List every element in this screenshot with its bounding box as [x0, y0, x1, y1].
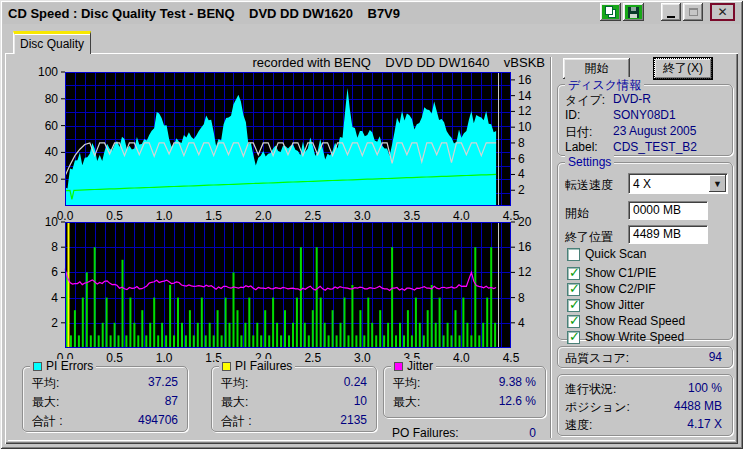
svg-text:20: 20	[45, 172, 59, 186]
jitter-title: Jitter	[407, 359, 433, 373]
bottom-groove	[8, 440, 735, 441]
chevron-down-icon[interactable]: ▼	[709, 175, 726, 192]
svg-text:14: 14	[518, 89, 532, 103]
svg-text:12: 12	[518, 265, 532, 279]
svg-text:4: 4	[518, 316, 525, 330]
svg-text:6: 6	[518, 152, 525, 166]
panel-divider	[550, 57, 552, 438]
speed-value: 4.17 X	[642, 417, 722, 431]
app-window: CD Speed : Disc Quality Test - BENQ DVD …	[0, 0, 743, 449]
quality-score-box: 品質スコア: 94	[557, 346, 733, 368]
pi-errors-chart: 100806040201614121086420.00.51.01.52.02.…	[28, 64, 548, 222]
pi-errors-avg-label: 平均:	[32, 375, 59, 392]
svg-text:100: 100	[38, 65, 58, 79]
settings-title: Settings	[565, 155, 614, 169]
pi-failures-chart: 108642201612840.00.51.01.52.02.53.03.54.…	[28, 214, 548, 364]
tab-disc-quality[interactable]: Disc Quality	[13, 31, 91, 54]
jitter-avg-label: 平均:	[393, 375, 420, 392]
disc-label-label: Label:	[565, 140, 598, 154]
minimize-button[interactable]	[661, 3, 681, 21]
pi-failures-max-value: 10	[354, 394, 367, 408]
pi-failures-title: PI Failures	[235, 359, 292, 373]
checkbox-icon: ✓	[567, 267, 580, 280]
minimize-icon	[667, 16, 675, 18]
checkbox-show-write-speed[interactable]: ✓ Show Write Speed	[567, 330, 684, 344]
start-position-field[interactable]: 0000 MB	[628, 201, 708, 220]
po-failures-value: 0	[470, 426, 536, 440]
svg-text:80: 80	[45, 92, 59, 106]
svg-text:4.5: 4.5	[503, 351, 520, 364]
svg-text:8: 8	[51, 240, 58, 254]
pi-errors-stats-box: PI Errors 平均:37.25 最大:87 合計 :494706	[22, 366, 188, 432]
jitter-avg-value: 9.38 %	[499, 375, 536, 389]
pi-errors-max-label: 最大:	[32, 394, 59, 411]
pi-errors-total-label: 合計 :	[32, 413, 63, 430]
end-position-field[interactable]: 4489 MB	[628, 225, 708, 244]
svg-text:10: 10	[518, 120, 532, 134]
end-position-label: 終了位置	[565, 229, 613, 246]
maximize-button[interactable]	[683, 3, 703, 21]
start-position-label: 開始	[565, 205, 589, 222]
pi-failures-max-label: 最大:	[221, 394, 248, 411]
svg-text:12: 12	[518, 104, 532, 118]
svg-text:2: 2	[518, 183, 525, 197]
pi-failures-stats-box: PI Failures 平均:0.24 最大:10 合計 :2135	[211, 366, 377, 432]
tab-label: Disc Quality	[20, 37, 84, 51]
pi-failures-legend-swatch	[222, 362, 231, 371]
svg-text:2.5: 2.5	[304, 351, 321, 364]
checkbox-show-jitter[interactable]: ✓ Show Jitter	[567, 298, 644, 312]
pi-failures-total-value: 2135	[340, 413, 367, 427]
svg-text:10: 10	[45, 215, 59, 229]
svg-text:4: 4	[51, 291, 58, 305]
save-screenshot-button[interactable]	[623, 3, 644, 21]
disc-date-label: 日付:	[565, 124, 592, 141]
progress-box: 進行状況: 100 % ポジション: 4488 MB 速度: 4.17 X	[557, 374, 733, 436]
po-failures-label: PO Failures:	[392, 426, 459, 440]
svg-text:2: 2	[51, 316, 58, 330]
disc-date-value: 23 August 2005	[613, 124, 696, 138]
jitter-legend-swatch	[394, 362, 403, 371]
svg-text:16: 16	[518, 73, 532, 87]
pi-failures-avg-label: 平均:	[221, 375, 248, 392]
checkbox-show-c2-pif[interactable]: ✓ Show C2/PIF	[567, 282, 656, 296]
checkbox-icon: ✓	[567, 248, 580, 261]
transfer-speed-label: 転送速度	[565, 177, 613, 194]
svg-text:1.0: 1.0	[156, 351, 173, 364]
checkbox-icon: ✓	[567, 331, 580, 344]
copy-icon	[605, 6, 616, 18]
svg-text:4.0: 4.0	[453, 351, 470, 364]
exit-button[interactable]: 終了(X)	[653, 57, 713, 80]
checkbox-quick-scan[interactable]: ✓ Quick Scan	[567, 247, 646, 261]
close-icon: ✕	[717, 6, 727, 18]
settings-group: Settings 転送速度 4 X ▼ 開始 0000 MB 終了位置 4489…	[557, 162, 733, 340]
svg-text:60: 60	[45, 119, 59, 133]
svg-text:0.5: 0.5	[106, 351, 123, 364]
copy-to-clipboard-button[interactable]	[600, 3, 621, 21]
svg-text:6: 6	[51, 265, 58, 279]
position-label: ポジション:	[565, 399, 630, 416]
checkbox-show-read-speed[interactable]: ✓ Show Read Speed	[567, 314, 685, 328]
pi-errors-legend-swatch	[33, 362, 42, 371]
checkbox-icon: ✓	[567, 283, 580, 296]
speed-label: 速度:	[565, 417, 592, 434]
checkbox-icon: ✓	[567, 299, 580, 312]
disc-label-value: CDS_TEST_B2	[613, 140, 697, 154]
quality-score-value: 94	[662, 350, 722, 364]
transfer-speed-combobox[interactable]: 4 X ▼	[628, 173, 728, 194]
pi-errors-max-value: 87	[165, 394, 178, 408]
jitter-stats-box: Jitter 平均:9.38 % 最大:12.6 %	[383, 366, 546, 418]
maximize-icon	[689, 8, 698, 16]
pi-failures-avg-value: 0.24	[344, 375, 367, 389]
pi-errors-title: PI Errors	[46, 359, 93, 373]
pi-errors-total-value: 494706	[138, 413, 178, 427]
quality-score-label: 品質スコア:	[565, 350, 629, 367]
svg-text:20: 20	[518, 215, 532, 229]
start-button[interactable]: 開始	[563, 58, 630, 79]
svg-text:16: 16	[518, 240, 532, 254]
jitter-max-label: 最大:	[393, 394, 420, 411]
svg-text:4: 4	[518, 167, 525, 181]
checkbox-show-c1-pie[interactable]: ✓ Show C1/PIE	[567, 266, 656, 280]
pi-failures-total-label: 合計 :	[221, 413, 252, 430]
close-button[interactable]: ✕	[710, 3, 735, 21]
disc-info-group: ディスク情報 タイプ: DVD-R ID: SONY08D1 日付: 23 Au…	[557, 84, 733, 156]
